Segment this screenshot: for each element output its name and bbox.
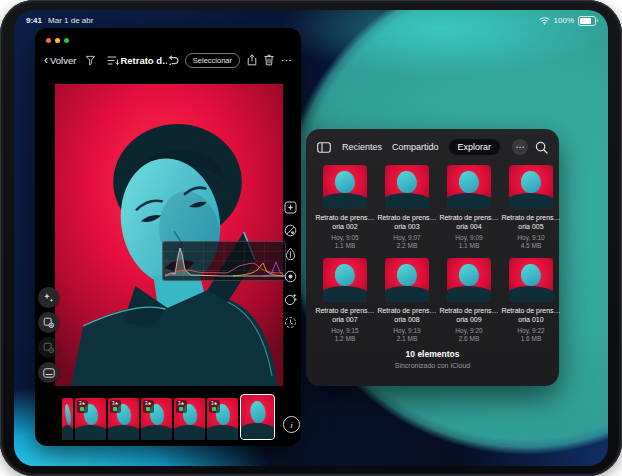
file-item[interactable]: Retrato de prens…oria 003 Hoy, 9:07 2.2 … — [376, 165, 438, 249]
edit-tool-rail — [281, 200, 299, 329]
file-item[interactable]: Retrato de prens…oria 009 Hoy, 9:20 2.6 … — [438, 258, 500, 342]
document-title: Retrato d… — [120, 55, 166, 66]
tab-explorar[interactable]: Explorar — [449, 139, 501, 155]
file-item[interactable]: Retrato de prens…oria 004 Hoy, 9:09 1.1 … — [438, 165, 500, 249]
more-icon[interactable]: ⋯ — [281, 55, 292, 66]
edit-badge: 3★ — [143, 400, 154, 413]
zoom-window-button[interactable] — [64, 38, 69, 43]
wifi-icon — [539, 16, 550, 25]
info-button[interactable]: i — [283, 416, 300, 433]
editor-toolbar: ‹ Volver Retrato d… Seleccionar — [35, 47, 301, 73]
filter-icon[interactable] — [85, 55, 96, 66]
filmstrip-thumbnail-selected[interactable] — [240, 394, 275, 440]
files-window: Recientes Compartido Explorar ⋯ Retrato … — [306, 129, 559, 386]
back-button[interactable]: ‹ Volver — [44, 55, 76, 66]
undo-icon[interactable] — [167, 55, 179, 66]
file-name: Retrato de prens…oria 003 — [376, 213, 438, 232]
item-count: 10 elementos — [306, 349, 559, 359]
file-time: Hoy, 9:07 — [393, 234, 420, 241]
file-thumbnail — [447, 165, 491, 209]
selective-edit-icon[interactable] — [283, 246, 297, 260]
select-button[interactable]: Seleccionar — [185, 53, 240, 68]
file-item[interactable]: Retrato de prens…oria 002 Hoy, 9:05 1.1 … — [314, 165, 376, 249]
copy-edits-icon[interactable] — [38, 312, 59, 333]
file-thumbnail — [447, 258, 491, 302]
chevron-left-icon: ‹ — [44, 54, 48, 66]
filmstrip: 3★ 3★ 3★ 3★ 3★ — [62, 396, 279, 440]
file-thumbnail — [509, 165, 553, 209]
sidebar-toggle-icon[interactable] — [317, 142, 331, 153]
trash-icon[interactable] — [264, 54, 274, 66]
histogram-chart — [163, 242, 285, 280]
files-tabs: Recientes Compartido Explorar — [342, 139, 500, 155]
auto-adjust-icon[interactable] — [38, 287, 59, 308]
file-time: Hoy, 9:22 — [517, 327, 544, 334]
close-window-button[interactable] — [46, 38, 51, 43]
edit-badge: 3★ — [176, 400, 187, 413]
more-options-icon[interactable]: ⋯ — [512, 139, 528, 155]
filmstrip-thumbnail[interactable]: 3★ — [207, 398, 238, 440]
tab-recientes[interactable]: Recientes — [342, 142, 382, 152]
file-time: Hoy, 9:20 — [455, 327, 482, 334]
filmstrip-thumbnail[interactable]: 3★ — [141, 398, 172, 440]
file-time: Hoy, 9:05 — [331, 234, 358, 241]
status-date: Mar 1 de abr — [48, 16, 93, 25]
edit-badge: 3★ — [110, 400, 121, 413]
battery-percent: 100% — [554, 16, 574, 25]
edited-indicator — [179, 407, 183, 411]
file-item[interactable]: Retrato de prens…oria 010 Hoy, 9:22 1.6 … — [500, 258, 562, 342]
battery-icon — [578, 16, 596, 26]
panel-toggle-icon[interactable] — [38, 362, 59, 383]
file-size: 2.6 MB — [459, 335, 480, 342]
history-icon[interactable] — [283, 315, 297, 329]
presets-icon[interactable] — [283, 200, 297, 214]
file-thumbnail — [385, 165, 429, 209]
window-controls[interactable] — [46, 38, 69, 43]
histogram-panel[interactable] — [162, 241, 286, 281]
file-item[interactable]: Retrato de prens…oria 005 Hoy, 9:10 4.5 … — [500, 165, 562, 249]
edited-indicator — [212, 407, 216, 411]
file-grid: Retrato de prens…oria 002 Hoy, 9:05 1.1 … — [306, 161, 559, 342]
file-thumbnail — [385, 258, 429, 302]
minimize-window-button[interactable] — [55, 38, 60, 43]
file-size: 4.5 MB — [521, 242, 542, 249]
status-bar: 9:41 Mar 1 de abr 100% — [26, 13, 596, 28]
file-item[interactable]: Retrato de prens…oria 007 Hoy, 9:15 1.2 … — [314, 258, 376, 342]
ipad-screen: 9:41 Mar 1 de abr 100% ‹ Volver — [14, 10, 608, 466]
status-time: 9:41 — [26, 16, 42, 25]
paste-edits-icon[interactable] — [38, 337, 59, 358]
photo-preview[interactable] — [55, 84, 283, 386]
file-name: Retrato de prens…oria 005 — [500, 213, 562, 232]
file-size: 2.1 MB — [397, 335, 418, 342]
files-footer: 10 elementos Sincronizado con iCloud — [306, 349, 559, 369]
file-name: Retrato de prens…oria 007 — [314, 306, 376, 325]
file-size: 1.1 MB — [335, 242, 356, 249]
share-icon[interactable] — [247, 54, 257, 66]
file-time: Hoy, 9:09 — [455, 234, 482, 241]
portrait-image — [55, 84, 283, 386]
sort-icon[interactable] — [107, 55, 120, 66]
file-thumbnail — [509, 258, 553, 302]
photo-editor-window: ‹ Volver Retrato d… Seleccionar — [35, 28, 301, 446]
file-size: 2.2 MB — [397, 242, 418, 249]
edited-indicator — [80, 407, 84, 411]
filmstrip-thumbnail[interactable]: 3★ — [174, 398, 205, 440]
vignette-icon[interactable] — [283, 269, 297, 283]
file-time: Hoy, 9:15 — [331, 327, 358, 334]
filmstrip-thumbnail[interactable]: 3★ — [108, 398, 139, 440]
filmstrip-thumbnail[interactable]: 3★ — [75, 398, 106, 440]
back-label: Volver — [50, 55, 76, 66]
curves-icon[interactable] — [283, 223, 297, 237]
file-name: Retrato de prens…oria 008 — [376, 306, 438, 325]
filmstrip-thumbnail[interactable] — [62, 398, 73, 440]
tab-compartido[interactable]: Compartido — [392, 142, 439, 152]
edit-badge: 3★ — [77, 400, 88, 413]
icloud-sync-status: Sincronizado con iCloud — [306, 362, 559, 369]
effects-icon[interactable] — [283, 292, 297, 306]
file-thumbnail — [323, 165, 367, 209]
search-icon[interactable] — [535, 141, 548, 154]
file-thumbnail — [323, 258, 367, 302]
file-item[interactable]: Retrato de prens…oria 008 Hoy, 9:19 2.1 … — [376, 258, 438, 342]
file-time: Hoy, 9:19 — [393, 327, 420, 334]
editor-canvas — [35, 78, 301, 390]
